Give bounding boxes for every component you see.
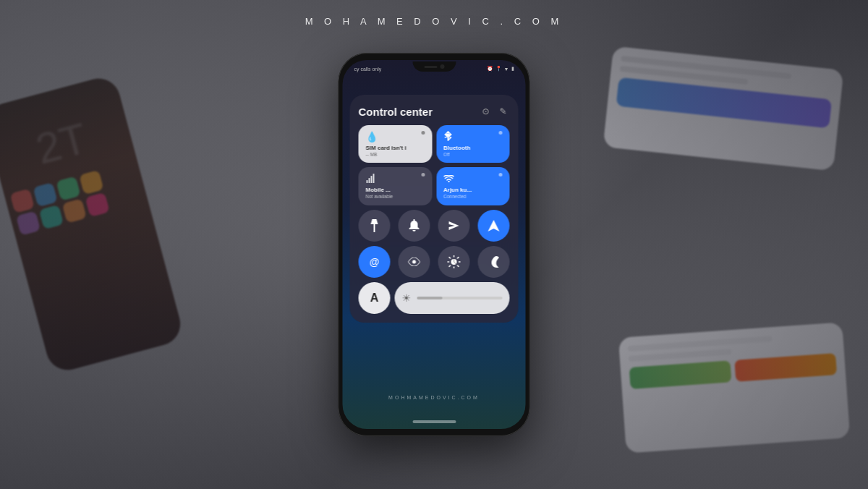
cc-header: Control center ⊙ ✎ [359,105,510,118]
home-indicator[interactable] [412,420,456,423]
sim-icon: 💧 [366,131,378,143]
sim-tile[interactable]: 💧 SIM card isn't i -- MB [359,125,433,163]
sim-dot [421,131,425,135]
location-button[interactable] [478,210,510,242]
camera-dot [440,64,444,69]
bluetooth-icon [443,131,452,143]
brightness-icon: ☀ [402,292,412,304]
mobile-sub: Not available [366,194,425,200]
mobile-icon [366,173,375,185]
svg-point-4 [448,181,449,182]
phone-screen: cy calls only ⏰ 📍 ▼ ▮ Control center ⊙ ✎ [343,60,526,429]
sim-sub: -- MB [366,152,425,158]
brightness-control[interactable]: ☀ [395,282,510,314]
control-center-panel: Control center ⊙ ✎ 💧 [350,95,519,323]
cc-edit-icon[interactable]: ✎ [497,105,510,118]
wifi-icon [443,173,454,184]
mobile-dot [421,173,425,177]
auto-brightness-button[interactable] [438,246,470,278]
sim-title: SIM card isn't i [366,145,425,152]
cc-title: Control center [359,106,433,118]
svg-rect-0 [367,180,368,183]
mobile-tile[interactable]: Mobile ... Not available [359,167,433,205]
eye-button[interactable] [399,246,430,278]
airplane-button[interactable] [438,210,470,242]
tiles-row-1: 💧 SIM card isn't i -- MB [359,125,510,163]
brightness-track[interactable] [417,297,503,299]
svg-point-6 [412,260,416,263]
front-camera [412,61,456,72]
wifi-sub: Connected [443,194,503,200]
moon-button[interactable] [478,246,510,278]
phone-container: cy calls only ⏰ 📍 ▼ ▮ Control center ⊙ ✎ [339,53,530,436]
status-icons: ⏰ 📍 ▼ ▮ [487,66,514,72]
wifi-dot [499,173,503,177]
bluetooth-tile[interactable]: Bluetooth Off [436,125,510,163]
wifi-status-icon: ▼ [504,67,509,72]
alarm-icon: ⏰ [487,66,493,72]
email-button[interactable]: @ [359,246,391,278]
svg-rect-1 [369,178,370,183]
phone-shell: cy calls only ⏰ 📍 ▼ ▮ Control center ⊙ ✎ [339,53,530,436]
a-button[interactable]: A [359,282,391,314]
cc-header-icons: ⊙ ✎ [480,105,510,118]
flashlight-button[interactable] [359,210,391,242]
battery-icon: ▮ [511,66,514,72]
bt-sub: Off [443,152,503,158]
notification-button[interactable] [399,210,430,242]
tiles-row-2: Mobile ... Not available [359,167,510,205]
location-icon: 📍 [495,66,502,72]
bt-dot [499,131,503,135]
speaker [424,66,437,68]
cc-settings-icon[interactable]: ⊙ [480,105,493,118]
watermark-top: M O H A M E D O V I C . C O M [305,16,563,27]
icon-row-2: @ [359,246,510,278]
wifi-title: Arjun ku... [443,187,503,194]
wifi-tile[interactable]: Arjun ku... Connected [436,167,510,205]
bt-title: Bluetooth [443,145,503,152]
screen-watermark: MOHMAMEDOVIC.COM [388,395,480,400]
mobile-title: Mobile ... [366,187,425,194]
brightness-fill [417,297,443,299]
status-calls: cy calls only [354,67,382,72]
svg-rect-3 [373,174,375,183]
svg-marker-5 [488,220,500,231]
bottom-row: A ☀ [359,282,510,314]
icon-row-1 [359,210,510,242]
svg-rect-2 [371,176,373,183]
